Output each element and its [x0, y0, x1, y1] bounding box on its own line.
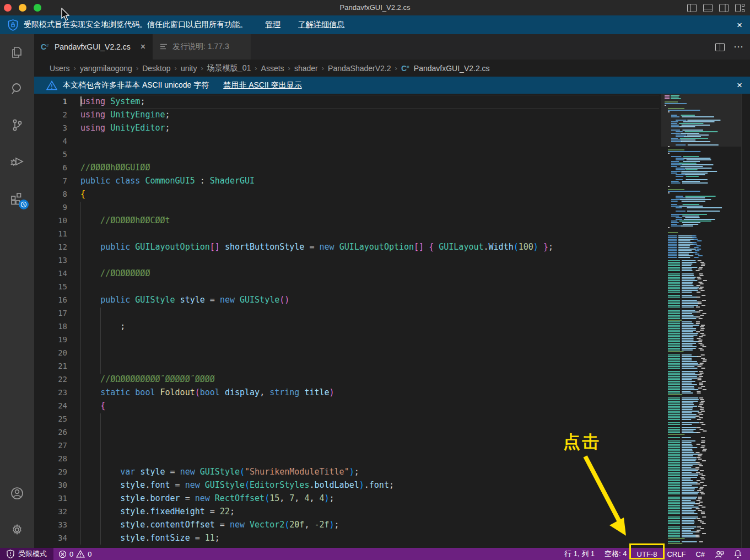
banner-close-icon[interactable]: ×: [737, 20, 742, 30]
code-line[interactable]: 31 style.border = new RectOffset(15, 7, …: [34, 492, 661, 505]
code-editor[interactable]: 1using System;2using UnityEngine;3using …: [34, 94, 750, 548]
toggle-primary-sidebar-icon[interactable]: [687, 4, 697, 12]
encoding-status[interactable]: UTF-8: [632, 548, 662, 560]
unicode-banner-close-icon[interactable]: ×: [737, 80, 742, 90]
line-number: 21: [34, 359, 67, 373]
code-line[interactable]: 16 public GUIStyle style = new GUIStyle(…: [34, 293, 661, 306]
code-line[interactable]: 8{: [34, 187, 661, 201]
toggle-panel-icon[interactable]: [703, 4, 713, 12]
breadcrumb-item[interactable]: shader: [294, 64, 318, 73]
minimap[interactable]: [661, 94, 741, 548]
indentation-status[interactable]: 空格: 4: [600, 548, 632, 560]
feedback-icon[interactable]: [710, 548, 729, 560]
code-line[interactable]: 28: [34, 452, 661, 465]
code-text: [80, 346, 661, 359]
code-line[interactable]: 20: [34, 346, 661, 359]
notifications-bell-icon[interactable]: [729, 548, 747, 560]
code-line[interactable]: 17: [34, 306, 661, 320]
breadcrumb-item[interactable]: PandaShaderV2.2: [328, 64, 391, 73]
code-line[interactable]: 34 style.fontSize = 11;: [34, 531, 661, 545]
breadcrumb-item[interactable]: Users: [50, 64, 70, 73]
code-text: [80, 333, 661, 346]
minimap-slider[interactable]: [661, 94, 741, 147]
learn-more-link[interactable]: 了解详细信息: [298, 20, 344, 30]
code-lines: 1using System;2using UnityEngine;3using …: [34, 95, 661, 545]
code-line[interactable]: 25: [34, 412, 661, 426]
code-line[interactable]: 24 {: [34, 399, 661, 412]
settings-gear-icon[interactable]: [0, 511, 34, 548]
code-line[interactable]: 14 //ØΩØØØØØØ: [34, 267, 661, 280]
annotation-click-label: 点击: [563, 430, 601, 454]
more-actions-icon[interactable]: ⋯: [733, 41, 743, 53]
code-text: {: [80, 187, 661, 201]
code-line[interactable]: 10 //ØΩØØØhØØCØØt: [34, 214, 661, 227]
warning-icon: [46, 80, 57, 90]
breadcrumb-separator-icon: ›: [74, 64, 76, 72]
line-number: 29: [34, 465, 67, 478]
code-line[interactable]: 29 var style = new GUIStyle("ShurikenMod…: [34, 465, 661, 478]
language-mode-status[interactable]: C#: [690, 548, 710, 560]
code-line[interactable]: 18 ;: [34, 320, 661, 333]
breadcrumb-item[interactable]: Assets: [261, 64, 284, 73]
tab-close-icon[interactable]: ×: [141, 42, 145, 52]
line-number: 12: [34, 240, 67, 254]
code-line[interactable]: 5: [34, 148, 661, 161]
breadcrumb-separator-icon: ›: [201, 64, 203, 72]
code-line[interactable]: 4: [34, 134, 661, 148]
code-line[interactable]: 2using UnityEngine;: [34, 108, 661, 121]
breadcrumb: Users›yangmilaogong›Desktop›unity›场景模版_0…: [34, 60, 750, 77]
code-line[interactable]: 33 style.contentOffset = new Vector2(20f…: [34, 518, 661, 531]
account-icon[interactable]: [0, 475, 34, 511]
code-line[interactable]: 15: [34, 280, 661, 293]
tab-pandavfxgui[interactable]: C# PandavfxGUI_V2.2.cs ×: [34, 34, 153, 60]
line-number: 5: [34, 148, 67, 161]
code-line[interactable]: 3using UnityEditor;: [34, 121, 661, 134]
line-number: 20: [34, 346, 67, 359]
code-text: using UnityEditor;: [80, 121, 661, 134]
manage-link[interactable]: 管理: [265, 20, 280, 30]
breadcrumb-item[interactable]: yangmilaogong: [80, 64, 132, 73]
run-debug-icon[interactable]: [0, 143, 34, 180]
code-line[interactable]: 12 public GUILayoutOption[] shortButtonS…: [34, 240, 661, 254]
svg-text:#: #: [407, 64, 409, 69]
code-line[interactable]: 11: [34, 227, 661, 240]
toggle-secondary-sidebar-icon[interactable]: [719, 4, 729, 12]
code-line[interactable]: 19: [34, 333, 661, 346]
code-line[interactable]: 13: [34, 254, 661, 267]
breadcrumb-item[interactable]: unity: [181, 64, 197, 73]
eol-status[interactable]: CRLF: [662, 548, 690, 560]
disable-ascii-highlight-link[interactable]: 禁用非 ASCII 突出显示: [223, 80, 301, 90]
code-line[interactable]: 22 //ØΩØØØØØØØØ˝ØØØØØ˝ØØØØ: [34, 373, 661, 386]
code-line[interactable]: 7public class CommonGUI5 : ShaderGUI: [34, 174, 661, 187]
code-line[interactable]: 1using System;: [34, 95, 661, 108]
line-number: 14: [34, 267, 67, 280]
source-control-icon[interactable]: [0, 107, 34, 143]
line-number: 25: [34, 412, 67, 426]
search-icon[interactable]: [0, 71, 34, 107]
code-line[interactable]: 21: [34, 359, 661, 373]
split-editor-icon[interactable]: [715, 43, 725, 51]
problems-status[interactable]: 0 0: [53, 548, 96, 560]
code-line[interactable]: 6//ØØØØhØØGUIØØ: [34, 161, 661, 174]
breadcrumb-item-file[interactable]: C# PandavfxGUI_V2.2.cs: [401, 64, 490, 73]
explorer-icon[interactable]: [0, 34, 34, 71]
scrollbar[interactable]: [741, 94, 750, 548]
code-text: static bool Foldout(bool display, string…: [80, 386, 661, 399]
warning-icon: [76, 550, 85, 558]
code-line[interactable]: 32 style.fixedHeight = 22;: [34, 505, 661, 518]
code-text: public class CommonGUI5 : ShaderGUI: [80, 174, 661, 187]
tab-release-notes[interactable]: 发行说明: 1.77.3 ×: [153, 34, 251, 60]
cursor-position-status[interactable]: 行 1, 列 1: [559, 548, 600, 560]
extensions-icon[interactable]: [0, 180, 34, 216]
code-line[interactable]: 9: [34, 201, 661, 214]
code-line[interactable]: 30 style.font = new GUIStyle(EditorStyle…: [34, 478, 661, 492]
breadcrumb-item[interactable]: 场景模版_01: [207, 63, 251, 73]
restricted-mode-status[interactable]: 受限模式: [0, 548, 53, 560]
breadcrumb-item[interactable]: Desktop: [142, 64, 170, 73]
unicode-warning-banner: 本文档包含许多非基本 ASCII unicode 字符 禁用非 ASCII 突出…: [34, 77, 750, 94]
code-line[interactable]: 23 static bool Foldout(bool display, str…: [34, 386, 661, 399]
line-number: 7: [34, 174, 67, 187]
customize-layout-icon[interactable]: [735, 4, 744, 12]
restricted-banner-message: 受限模式旨在实现安全地浏览代码。信任此窗口以启用所有功能。: [24, 20, 247, 30]
line-number: 31: [34, 492, 67, 505]
